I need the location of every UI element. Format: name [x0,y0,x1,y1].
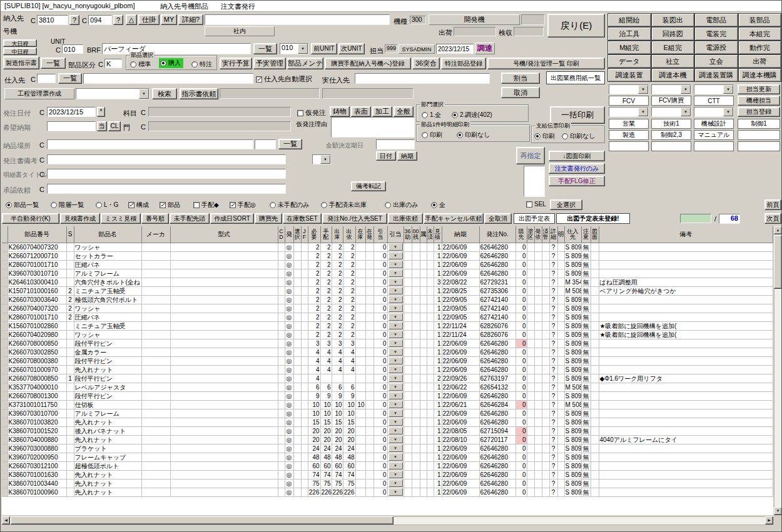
radio-arranged-unissued[interactable]: 手配済未出庫 [321,201,367,209]
table-row[interactable]: K3537704000010レベルアジャスタ◎66660▼122/06/2262… [2,383,773,391]
delivery-place-list-button[interactable]: 一覧 [278,139,302,149]
assign-button[interactable]: 割当 [501,73,540,84]
by-delivery-button[interactable]: 納期 [397,151,417,161]
radio-parts-list[interactable]: 部品一覧 [6,201,39,209]
table-row[interactable]: K2660708001300段付平行ピン◎99990▼122/06/096264… [2,391,773,400]
chevron-down-icon[interactable]: ▼ [638,108,648,116]
row-selector-cell[interactable] [2,286,8,295]
radio-all[interactable]: 全 [431,201,445,209]
unit-select[interactable]: 010 ▼ [280,43,308,54]
allocation-dropdown-cell[interactable]: ▼ [387,444,404,453]
radio-department-2[interactable]: 2.調達(402) [452,111,492,119]
staff-update-button[interactable]: 担当更新 [738,84,780,94]
allocation-dropdown-cell[interactable]: ▼ [387,278,404,286]
allocation-dropdown-cell[interactable]: ▼ [387,383,404,391]
toolbar-button[interactable]: 在庫数SET [283,213,322,224]
supplier-list-button[interactable]: 一覧 [58,73,82,84]
clear-button[interactable]: CL [108,121,121,131]
status-button[interactable]: データ [607,54,651,68]
scroll-left-icon[interactable]: ◀ [2,516,10,524]
budget-actual-button[interactable]: 予実管理 [253,58,286,69]
allocation-dropdown-cell[interactable]: ▼ [387,330,404,339]
destination-lookup-button[interactable]: ? [69,15,79,25]
table-row[interactable]: K3860704000880先入れナット◎202020200▼122/08/10… [2,435,773,444]
batch-print-button[interactable]: 一括印刷 [550,106,605,124]
checkbox-structure[interactable]: 構成 [128,201,149,209]
back-button[interactable]: 戻り(E) [547,14,605,38]
status-button[interactable]: 立会 [694,54,738,68]
shikakari-button[interactable]: 仕掛 [138,14,160,25]
surface-button[interactable]: 表面 [351,106,371,117]
toolbar-button[interactable]: 購買先 [255,213,282,224]
toolbar-button[interactable]: 半自動発行(K) [2,213,59,224]
arrange-flag-fix-button[interactable]: 手配FLG修正 [549,176,605,186]
table-row[interactable]: K3860701001520後入れバネナット◎202020200▼122/08/… [2,426,773,435]
detail-button[interactable]: 詳細? [178,14,203,25]
chevron-down-icon[interactable]: ▼ [320,155,330,164]
row-selector-cell[interactable] [2,418,8,426]
table-row[interactable]: K2660704007320ワッシャ◎22220▼122/06/09626462… [2,243,773,251]
row-selector-cell[interactable] [2,470,8,479]
allocation-dropdown-cell[interactable]: ▼ [387,391,404,400]
delivery-place-input[interactable] [47,139,253,149]
supplier-name-input[interactable] [83,73,253,84]
allocation-dropdown-button[interactable]: ▼ [388,331,403,338]
row-selector-cell[interactable] [2,461,8,470]
allocation-dropdown-cell[interactable]: ▼ [387,374,404,383]
order-remark-input[interactable] [47,154,286,164]
table-row[interactable]: K2660704020980ワッシャ◎22220▼122/11/24628260… [2,330,773,339]
allocation-dropdown-button[interactable]: ▼ [388,357,403,364]
vertical-scrollbar[interactable]: ▲ ▼ [774,226,782,515]
radio-detail-noprint[interactable]: 印刷なし [457,131,490,139]
allocation-dropdown-button[interactable]: ▼ [388,392,403,399]
general-button[interactable]: 全般 [394,106,414,117]
row-selector-cell[interactable] [2,365,8,374]
radio-supply-noprint[interactable]: 印刷なし [562,132,595,141]
table-row[interactable]: K2660708000380段付平行ピン◎44440▼122/06/096264… [2,356,773,365]
status-button[interactable]: 装部品 [738,13,782,27]
mid-schedule-button[interactable]: 中日程 [3,48,37,55]
respecify-button[interactable]: 再指定 [516,147,545,164]
chevron-down-icon[interactable]: ▼ [723,85,733,94]
row-selector-cell[interactable] [2,243,8,251]
chevron-down-icon[interactable]: ▼ [681,108,691,116]
checkbox-arrange-circle[interactable]: 手配◎ [230,201,256,209]
checkbox-auto-supplier[interactable]: 仕入先自動選択 [256,74,312,84]
machine-order-list-print-button[interactable]: 号機/発注管理一覧 印刷 [487,58,605,69]
row-selector-cell[interactable] [2,444,8,453]
allocation-dropdown-cell[interactable]: ▼ [387,304,404,313]
today-button[interactable]: 当 [97,121,107,131]
toolbar-button[interactable]: 手配キャンセル依頼 [424,213,484,224]
status-button[interactable]: 調達本機 [651,68,695,82]
status-button[interactable]: 出荷 [738,54,782,68]
allocation-dropdown-cell[interactable]: ▼ [387,321,404,330]
allocation-dropdown-cell[interactable]: ▼ [387,461,404,470]
supplier-code-input[interactable] [37,74,56,83]
vertical-scroll-thumb[interactable] [774,235,782,289]
table-row[interactable]: K1560701002860ミニチュア玉軸受◎22220▼122/11/2462… [2,321,773,330]
detail-title-input[interactable] [47,169,286,179]
model-staff-button[interactable]: 機種担当 [738,96,780,106]
manufacturing-instruction-button[interactable]: 製造指示書 [3,56,39,69]
parts-class-input[interactable] [104,59,122,68]
allocation-dropdown-button[interactable]: ▼ [388,366,403,373]
cancel-button[interactable]: 取消 [501,87,540,98]
toolbar-button[interactable]: 番号順 [141,213,169,224]
row-selector-cell[interactable] [2,356,8,365]
status-button[interactable]: E組完 [651,41,695,54]
status-button[interactable]: M組完 [607,41,651,54]
status-button[interactable]: 電源投 [694,41,738,54]
allocation-dropdown-button[interactable]: ▼ [388,453,403,461]
table-row[interactable]: K2646103000410六角穴付きボルト(全ね◎22220▼322/08/2… [2,278,773,286]
prev-unit-button[interactable]: 前UNIT [311,43,337,54]
chevron-down-icon[interactable]: ▼ [681,85,691,94]
remark-transfer-button[interactable]: 備考転記 [351,181,386,191]
row-selector-cell[interactable] [2,409,8,418]
row-selector-cell[interactable] [2,330,8,339]
unit-list-button[interactable]: 一覧 [253,43,277,54]
provisional-reason-box[interactable] [331,117,415,138]
row-selector-cell[interactable] [2,348,8,356]
allocation-dropdown-button[interactable]: ▼ [388,252,403,259]
order-date-input[interactable] [47,107,96,117]
next-page-button[interactable]: 次頁 [764,213,781,224]
